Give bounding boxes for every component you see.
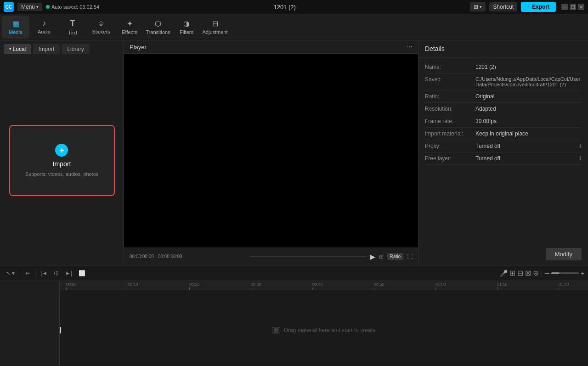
toolbar-filters[interactable]: ◑ Filters (173, 16, 200, 39)
toolbar-stickers[interactable]: ☺ Stickers (87, 16, 115, 39)
tl-btn4[interactable]: ⊕ (533, 269, 539, 277)
player-header: Player ⋯ (124, 40, 418, 54)
toolbar-media[interactable]: ▦ Media (2, 16, 29, 39)
split-start-button[interactable]: |◄ (38, 269, 50, 278)
ratio-button[interactable]: Ratio (387, 253, 403, 260)
label-free-layer: Free layer: (425, 155, 475, 162)
undo-button[interactable]: ↩ (23, 269, 32, 278)
minimize-button[interactable]: ─ (561, 4, 568, 10)
drop-zone-icon: ▦ (272, 327, 280, 333)
import-plus-icon: + (55, 144, 68, 157)
zoom-slider[interactable] (551, 272, 579, 274)
modify-button[interactable]: Modify (546, 248, 582, 260)
toolbar-transitions[interactable]: ⬡ Transitions (144, 16, 172, 39)
ruler-mark-3: 00:30 (251, 282, 261, 290)
auto-save-status: Auto saved: 03:02:54 (46, 4, 99, 10)
value-proxy: Turned off (475, 143, 579, 149)
player-menu-button[interactable]: ⋯ (406, 43, 413, 51)
drop-zone-text: Drag material here and start to create (284, 327, 375, 333)
timeline-area: 00:00 00:10 00:20 00:30 (0, 281, 588, 366)
free-layer-info-icon[interactable]: ℹ (579, 155, 582, 162)
detail-row-name: Name: 1201 (2) (425, 61, 582, 73)
ruler-mark-1: 00:10 (128, 282, 138, 290)
tab-library[interactable]: Library (62, 44, 90, 54)
tl-separator-1 (20, 269, 20, 277)
zoom-out-button[interactable]: ─ (545, 270, 549, 277)
label-name: Name: (425, 64, 475, 70)
import-drop-area[interactable]: + Import Supports: videos, audios, photo… (9, 125, 115, 196)
tl-btn3[interactable]: ⊠ (525, 269, 531, 277)
tl-btn2[interactable]: ⊟ (517, 269, 523, 277)
title-bar-right: ⊞ ▾ Shortcut ↑ Export ─ ❐ ✕ (470, 2, 584, 12)
bottom-area: ↖ ▾ ↩ |◄ ⟨|⟩ ►| ⬜ 🎤 ⊞ ⊟ ⊠ ⊕ ─ + (0, 265, 588, 366)
audio-label: Audio (38, 29, 51, 34)
toolbar-adjustment[interactable]: ⊟ Adjustment (201, 16, 229, 39)
value-resolution: Adapted (475, 106, 582, 112)
ruler-marks-container: 00:00 00:10 00:20 00:30 (60, 281, 588, 290)
tab-import[interactable]: Import (33, 44, 60, 54)
toolbar-effects[interactable]: ✦ Effects (116, 16, 143, 39)
delete-button[interactable]: ⬜ (76, 269, 88, 278)
proxy-info-icon[interactable]: ℹ (579, 143, 582, 149)
detail-row-resolution: Resolution: Adapted (425, 103, 582, 115)
shortcut-button[interactable]: Shortcut (489, 2, 517, 11)
label-import-material: Import material: (425, 130, 475, 137)
tl-btn1[interactable]: ⊞ (509, 269, 515, 277)
auto-save-dot (46, 5, 50, 9)
player-control-right: ⊞ Ratio ⛶ (379, 253, 413, 260)
cursor-tool-button[interactable]: ↖ ▾ (4, 269, 17, 278)
timeline-left-column (0, 281, 60, 366)
value-ratio: Original (475, 93, 582, 100)
toolbar-audio[interactable]: ♪ Audio (30, 16, 58, 39)
value-import-material: Keep in original place (475, 130, 582, 137)
play-button[interactable]: ▶ (370, 253, 375, 260)
project-title: 1201 (2) (103, 4, 466, 11)
title-bar: CC Menu ▾ Auto saved: 03:02:54 1201 (2) … (0, 0, 588, 14)
snapshot-button[interactable]: ⊞ (379, 253, 384, 260)
time-display: 00:00:00:00 - 00:00:00:00 (130, 254, 246, 259)
modify-btn-container: Modify (418, 243, 588, 265)
ruler-mark-2: 00:20 (189, 282, 200, 290)
detail-row-ratio: Ratio: Original (425, 90, 582, 103)
timeline-ruler: 00:00 00:10 00:20 00:30 (60, 281, 588, 290)
mic-button[interactable]: 🎤 (500, 270, 508, 277)
ruler-mark-6: 01:00 (435, 282, 446, 290)
detail-row-import-material: Import material: Keep in original place (425, 128, 582, 140)
toolbar-text[interactable]: T Text (59, 16, 86, 39)
drop-zone: ▦ Drag material here and start to create (60, 327, 588, 333)
close-button[interactable]: ✕ (578, 4, 584, 10)
adjustment-label: Adjustment (202, 29, 227, 35)
value-framerate: 30.00fps (475, 118, 582, 124)
split-mid-button[interactable]: ⟨|⟩ (51, 269, 61, 277)
import-label: Import (53, 160, 71, 168)
timeline-tracks: ▦ Drag material here and start to create (60, 327, 588, 333)
value-name: 1201 (2) (475, 64, 582, 70)
transitions-label: Transitions (146, 29, 170, 35)
label-framerate: Frame rate: (425, 118, 475, 124)
audio-icon: ♪ (42, 19, 46, 28)
tab-local[interactable]: • Local (4, 44, 31, 54)
transitions-icon: ⬡ (155, 19, 161, 28)
timeline-content: 00:00 00:10 00:20 00:30 (60, 281, 588, 366)
effects-label: Effects (122, 29, 137, 35)
progress-bar[interactable] (250, 256, 367, 257)
player-controls: 00:00:00:00 - 00:00:00:00 ▶ ⊞ Ratio ⛶ (124, 248, 418, 265)
export-button[interactable]: ↑ Export (521, 2, 556, 12)
main-area: • Local Import Library + Import Supports… (0, 40, 588, 265)
zoom-in-button[interactable]: + (581, 270, 584, 277)
fullscreen-button[interactable]: ⛶ (407, 253, 413, 260)
label-proxy: Proxy: (425, 143, 475, 149)
tl-separator-2 (35, 269, 35, 277)
layout-button[interactable]: ⊞ ▾ (470, 2, 486, 11)
menu-button[interactable]: Menu ▾ (17, 3, 42, 11)
text-label: Text (68, 30, 77, 35)
detail-row-free-layer: Free layer: Turned off ℹ (425, 152, 582, 165)
timeline-toolbar: ↖ ▾ ↩ |◄ ⟨|⟩ ►| ⬜ 🎤 ⊞ ⊟ ⊠ ⊕ ─ + (0, 265, 588, 281)
center-panel: Player ⋯ 00:00:00:00 - 00:00:00:00 ▶ ⊞ R… (124, 40, 418, 265)
proxy-value-container: Turned off ℹ (475, 143, 582, 149)
import-sub-label: Supports: videos, audios, photos (25, 171, 99, 177)
detail-row-framerate: Frame rate: 30.00fps (425, 115, 582, 128)
restore-button[interactable]: ❐ (570, 4, 576, 10)
split-end-button[interactable]: ►| (63, 269, 74, 278)
value-free-layer: Turned off (475, 155, 579, 162)
